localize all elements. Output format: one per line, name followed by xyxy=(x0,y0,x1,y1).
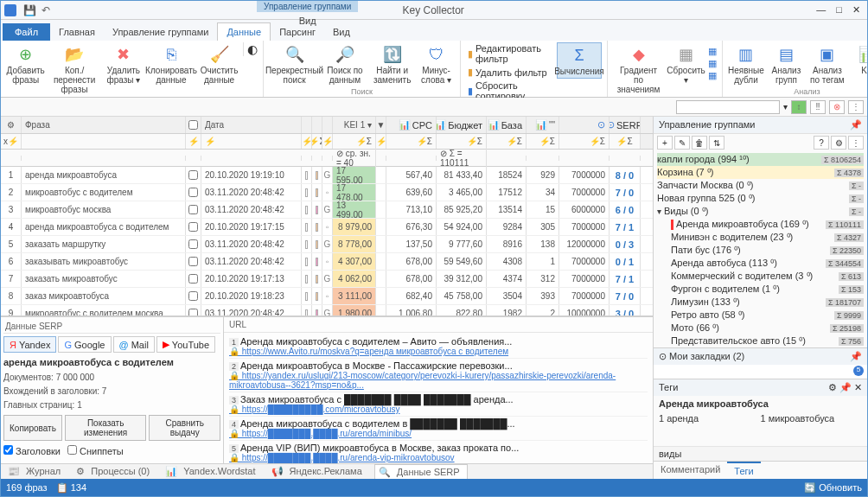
table-row[interactable]: 1аренда микроавтобуса20.10.2020 19:19:10… xyxy=(1,167,653,184)
minus-words-button[interactable]: 🛡Минус-слова ▾ xyxy=(418,42,455,86)
group-item[interactable]: Пати бус (176 ⁰)Σ 22350 xyxy=(657,244,864,257)
col-check[interactable] xyxy=(186,117,201,133)
group-item[interactable]: Коммерческий с водителем (3 ⁰)Σ 613 xyxy=(657,270,864,283)
analyze-tags-button[interactable]: ▣Анализ по тегам xyxy=(807,42,846,86)
calculations-button[interactable]: ΣВычисления xyxy=(557,42,601,79)
kei-button[interactable]: 📊KEI xyxy=(850,42,868,77)
tb-btn[interactable]: ‼ xyxy=(810,100,826,114)
contextual-tab: Управление группами Вид xyxy=(257,1,358,29)
engine-mail[interactable]: @Mail xyxy=(113,336,155,353)
table-row[interactable]: 7заказать микроавтобус20.10.2020 19:17:1… xyxy=(1,271,653,288)
analyze-groups-button[interactable]: ▤Анализ групп xyxy=(768,42,804,86)
clone-data-button[interactable]: ⎘Клонировать данные xyxy=(147,42,195,86)
marker-icon[interactable]: ▦ xyxy=(708,70,717,81)
groups-panel: Управление группами📌 + ✎ 🗑 ⇅ ? ⚙ ⋮ капли… xyxy=(653,117,867,479)
reset-colors-button[interactable]: ▦Сбросить ▾ xyxy=(668,42,705,86)
col-budget[interactable]: 📊Бюджет xyxy=(437,117,487,133)
col-serp[interactable]: ⊙SERP xyxy=(610,117,641,133)
copy-button[interactable]: Копировать xyxy=(3,415,62,441)
window-title: Key Collector xyxy=(50,4,816,16)
filter-input[interactable] xyxy=(676,100,780,114)
group-item[interactable]: Новая группа 525 (0 ⁰)Σ - xyxy=(657,192,864,205)
delete-filter-button[interactable]: ▮Удалить фильтр xyxy=(466,66,554,79)
edit-group-icon[interactable]: ✎ xyxy=(674,136,690,150)
table-row[interactable]: 8заказ микроавтобуса20.10.2020 19:18:23◦… xyxy=(1,288,653,305)
group-item[interactable]: Аренда автобуса (113 ⁰)Σ 344554 xyxy=(657,257,864,270)
tab-wordstat[interactable]: 📊 Yandex.Wordstat xyxy=(162,464,262,479)
replace-button[interactable]: 🔃Найти и заменить xyxy=(370,42,414,86)
add-group-icon[interactable]: + xyxy=(657,136,673,150)
marker-icon[interactable]: ▦ xyxy=(708,46,717,57)
search-data-button[interactable]: 🔎Поиск по данным xyxy=(323,42,367,86)
refresh-button[interactable]: 🔄 Обновить xyxy=(804,482,862,493)
tab-yareklama[interactable]: 📢 Яндекс.Реклама xyxy=(268,464,369,479)
group-item[interactable]: Мото (66 ⁰)Σ 25198 xyxy=(657,322,864,335)
group-item[interactable]: Фургон с водителем (1 ⁰)Σ 153 xyxy=(657,283,864,296)
minimize-icon[interactable]: — xyxy=(816,4,826,16)
tb-btn[interactable]: ⊗ xyxy=(829,100,845,114)
copy-phrases-button[interactable]: 📂Коп./перенести фразы xyxy=(48,42,99,96)
tab-comment[interactable]: Комментарий xyxy=(654,462,727,479)
clear-data-button[interactable]: 🧹Очистить данные xyxy=(199,42,239,86)
group-item[interactable]: ▾ Виды (0 ⁰)Σ - xyxy=(657,205,864,218)
tab-serp[interactable]: 🔍 Данные SERP xyxy=(374,464,468,480)
tab-tags[interactable]: Теги xyxy=(727,462,760,479)
group-item[interactable]: Представительское авто (15 ⁰)Σ 756 xyxy=(657,335,864,347)
edit-filter-button[interactable]: ▮Редактировать фильтр xyxy=(466,42,554,65)
group-item[interactable]: Аренда микроавтобуса (169 ⁰)Σ 110111 xyxy=(657,218,864,231)
group-item[interactable]: Минивэн с водителем (23 ⁰)Σ 4327 xyxy=(657,231,864,244)
maximize-icon[interactable]: □ xyxy=(836,4,842,16)
cross-search-button[interactable]: 🔍Перекрестный поиск xyxy=(269,42,320,86)
group-item[interactable]: Лимузин (133 ⁰)Σ 181707 xyxy=(657,296,864,309)
col-base[interactable]: 📊База xyxy=(487,117,527,133)
table-row[interactable]: 5заказать маршрутку03.11.2020 20:48:42G8… xyxy=(1,236,653,253)
table-row[interactable]: 4аренда микроавтобуса с водителем20.10.2… xyxy=(1,219,653,236)
tab-processes[interactable]: ⚙ Процессы (0) xyxy=(73,464,156,479)
implicit-dupes-button[interactable]: ▥Неявные дубли xyxy=(728,42,765,86)
tb-btn[interactable]: ↕ xyxy=(791,100,807,114)
tb-btn[interactable]: ⋮ xyxy=(848,100,864,114)
group-item[interactable]: Ретро авто (58 ⁰)Σ 9999 xyxy=(657,309,864,322)
window-controls: — □ ✕ xyxy=(816,4,860,16)
table-row[interactable]: 9микроавтобус с водителем москва03.11.20… xyxy=(1,305,653,315)
group-item[interactable]: Запчасти Москва (0 ⁰)Σ - xyxy=(657,179,864,192)
table-row[interactable]: 6заказывать микроавтобус03.11.2020 20:48… xyxy=(1,253,653,271)
serp-panel-left: Данные SERP ЯYandex GGoogle @Mail ▶YouTu… xyxy=(1,317,224,463)
engine-yandex[interactable]: ЯYandex xyxy=(3,336,56,353)
group-item[interactable]: капли города (994 ¹⁰)Σ 8106254 xyxy=(657,153,864,166)
gradient-button[interactable]: ◆Градиент по значениям ▾ xyxy=(613,42,665,105)
group-item[interactable]: Корзина (7 ⁰)Σ 4378 xyxy=(657,166,864,179)
compare-button[interactable]: Сравнить выдачу xyxy=(149,415,220,441)
engine-google[interactable]: GGoogle xyxy=(58,336,111,353)
file-tab[interactable]: Файл xyxy=(3,23,50,41)
table-row[interactable]: 3микроавтобус москва03.11.2020 20:48:42G… xyxy=(1,201,653,219)
table-row[interactable]: 2микроавтобус с водителем03.11.2020 20:4… xyxy=(1,184,653,201)
serp-item[interactable]: 4Аренда микроавтобуса с водителем в ████… xyxy=(229,417,648,441)
bottom-tabs: 📰 Журнал ⚙ Процессы (0) 📊 Yandex.Wordsta… xyxy=(1,463,653,479)
delete-phrases-button[interactable]: ✖Удалить фразы ▾ xyxy=(104,42,144,86)
pin-icon[interactable]: 📌 xyxy=(850,119,862,131)
toggle-icon[interactable]: ◐ xyxy=(247,42,258,56)
show-changes-button[interactable]: Показать изменения xyxy=(65,415,147,441)
col-phrase[interactable]: Фраза xyxy=(22,117,186,133)
delete-group-icon[interactable]: 🗑 xyxy=(692,136,707,150)
col-cpc[interactable]: 📊CPC xyxy=(386,117,437,133)
engine-youtube[interactable]: ▶YouTube xyxy=(156,336,215,353)
serp-item[interactable]: 2Аренда микроавтобуса в Москве - Пассажи… xyxy=(229,359,648,392)
col-rownum[interactable]: ⚙ xyxy=(1,117,22,133)
marker-icon[interactable]: ▦ xyxy=(708,58,717,69)
serp-results: URL 1Аренда микроавтобуса с водителем – … xyxy=(224,317,653,463)
tab-journal[interactable]: 📰 Журнал xyxy=(4,464,67,479)
qat-undo-icon[interactable]: ↶ xyxy=(41,4,50,16)
bookmarks-header[interactable]: ⊙ Мои закладки (2)📌 xyxy=(654,347,867,365)
tab-groups[interactable]: Управление группами xyxy=(104,23,217,41)
serp-item[interactable]: 1Аренда микроавтобуса с водителем – Авит… xyxy=(229,335,648,359)
close-icon[interactable]: ✕ xyxy=(852,4,860,16)
qat-save-icon[interactable]: 💾 xyxy=(23,4,36,16)
add-phrases-button[interactable]: ⊕Добавить фразы xyxy=(6,42,45,86)
serp-item[interactable]: 5Аренда VIP (ВИП) микроавтобуса в Москве… xyxy=(229,441,648,463)
serp-item[interactable]: 3Заказ микроавтобуса с ███████ ████ ████… xyxy=(229,392,648,417)
tab-main[interactable]: Главная xyxy=(50,23,104,41)
col-kei[interactable]: KEI 1 ▾ xyxy=(333,117,376,133)
col-date[interactable]: Дата xyxy=(201,117,302,133)
